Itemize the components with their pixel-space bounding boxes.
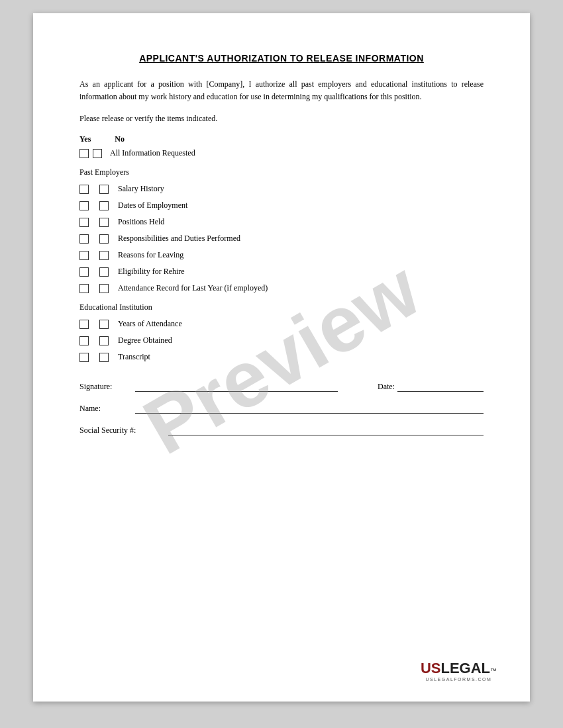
list-item: Transcript: [79, 352, 484, 362]
dates-label: Dates of Employment: [118, 201, 187, 210]
all-info-yes-checkbox[interactable]: [79, 149, 89, 158]
salary-no-checkbox[interactable]: [99, 185, 109, 194]
transcript-yes-checkbox[interactable]: [79, 353, 89, 362]
date-label: Date:: [378, 382, 395, 392]
logo-tm: ™: [490, 667, 497, 674]
past-employer-items: Salary History Dates of Employment Posit…: [79, 184, 484, 293]
name-line[interactable]: [135, 413, 484, 414]
transcript-label: Transcript: [118, 352, 150, 362]
signature-line[interactable]: [135, 391, 338, 392]
transcript-no-checkbox[interactable]: [99, 353, 109, 362]
date-line[interactable]: [397, 391, 484, 392]
signature-label: Signature:: [79, 382, 132, 392]
date-part: Date:: [378, 382, 484, 392]
intro-paragraph: As an applicant for a position with [Com…: [79, 78, 484, 103]
list-item: Reasons for Leaving: [79, 250, 484, 260]
document-title: APPLICANT'S AUTHORIZATION TO RELEASE INF…: [79, 53, 484, 64]
please-text: Please release or verify the items indic…: [79, 114, 484, 124]
degree-yes-checkbox[interactable]: [79, 336, 89, 345]
name-label: Name:: [79, 404, 132, 414]
logo-brand: US LEGAL ™: [421, 660, 497, 677]
reasons-label: Reasons for Leaving: [118, 250, 183, 260]
logo-legal: LEGAL: [440, 660, 490, 677]
eligibility-no-checkbox[interactable]: [99, 267, 109, 277]
responsibilities-no-checkbox[interactable]: [99, 234, 109, 244]
logo-sub: USLEGALFORMS.COM: [426, 677, 492, 682]
list-item: Eligibility for Rehire: [79, 267, 484, 277]
past-employers-label: Past Employers: [79, 167, 484, 177]
list-item: Dates of Employment: [79, 201, 484, 210]
degree-label: Degree Obtained: [118, 336, 172, 345]
ssn-row: Social Security #:: [79, 426, 484, 435]
no-label: No: [115, 134, 125, 144]
logo-us: US: [421, 660, 441, 677]
dates-yes-checkbox[interactable]: [79, 201, 89, 210]
educational-label: Educational Institution: [79, 302, 484, 312]
years-yes-checkbox[interactable]: [79, 320, 89, 329]
list-item: Attendance Record for Last Year (if empl…: [79, 283, 484, 293]
attendance-no-checkbox[interactable]: [99, 284, 109, 293]
years-label: Years of Attendance: [118, 319, 182, 329]
responsibilities-yes-checkbox[interactable]: [79, 234, 89, 244]
all-info-no-checkbox[interactable]: [93, 149, 102, 158]
ssn-label: Social Security #:: [79, 426, 166, 435]
list-item: Years of Attendance: [79, 319, 484, 329]
logo-area: US LEGAL ™ USLEGALFORMS.COM: [421, 660, 497, 682]
all-info-row: All Information Requested: [79, 148, 484, 158]
ssn-line[interactable]: [168, 435, 484, 435]
signature-section: Signature: Date: Name: Social Security #…: [79, 382, 484, 435]
list-item: Degree Obtained: [79, 336, 484, 345]
dates-no-checkbox[interactable]: [99, 201, 109, 210]
list-item: Responsibilities and Duties Performed: [79, 234, 484, 244]
years-no-checkbox[interactable]: [99, 320, 109, 329]
salary-label: Salary History: [118, 184, 164, 194]
all-info-label: All Information Requested: [110, 148, 195, 158]
document-page: Preview APPLICANT'S AUTHORIZATION TO REL…: [33, 13, 530, 702]
responsibilities-label: Responsibilities and Duties Performed: [118, 234, 240, 244]
attendance-label: Attendance Record for Last Year (if empl…: [118, 283, 268, 293]
eligibility-yes-checkbox[interactable]: [79, 267, 89, 277]
salary-yes-checkbox[interactable]: [79, 185, 89, 194]
attendance-yes-checkbox[interactable]: [79, 284, 89, 293]
positions-yes-checkbox[interactable]: [79, 218, 89, 227]
positions-no-checkbox[interactable]: [99, 218, 109, 227]
yes-label: Yes: [79, 134, 91, 144]
eligibility-label: Eligibility for Rehire: [118, 267, 185, 277]
degree-no-checkbox[interactable]: [99, 336, 109, 345]
signature-row: Signature: Date:: [79, 382, 484, 392]
reasons-no-checkbox[interactable]: [99, 251, 109, 260]
list-item: Positions Held: [79, 217, 484, 227]
name-row: Name:: [79, 404, 484, 414]
educational-items: Years of Attendance Degree Obtained Tran…: [79, 319, 484, 362]
reasons-yes-checkbox[interactable]: [79, 251, 89, 260]
list-item: Salary History: [79, 184, 484, 194]
positions-label: Positions Held: [118, 217, 164, 227]
yes-no-header: Yes No: [79, 134, 484, 144]
